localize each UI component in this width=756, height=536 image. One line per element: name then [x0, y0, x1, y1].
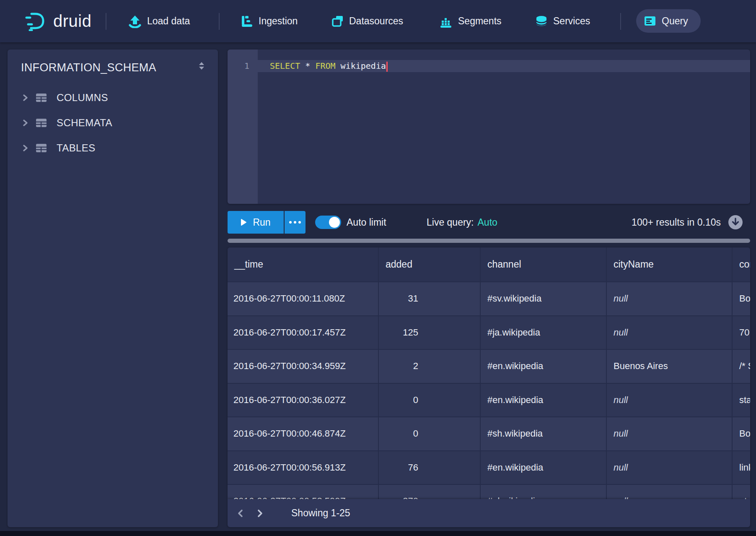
cell-added: 125	[378, 316, 480, 349]
cell-time: 2016-06-27T00:00:34.959Z	[228, 350, 378, 383]
segments-icon	[439, 15, 453, 28]
cell-comment: sta	[732, 384, 750, 417]
column-header-comment[interactable]: comment	[732, 247, 750, 281]
cell-added: 2	[378, 350, 480, 383]
druid-console: druid Load data Ingestio	[0, 0, 756, 536]
schema-panel-header: INFORMATION_SCHEMA	[8, 49, 218, 74]
auto-limit-toggle[interactable]	[315, 216, 341, 229]
run-more-button[interactable]	[285, 211, 306, 234]
table-header-row: __time added channel cityName comment	[228, 247, 750, 281]
cell-cityname: Buenos Aires	[606, 350, 732, 383]
cell-channel: #sv.wikipedia	[480, 282, 606, 315]
services-icon	[535, 15, 548, 28]
cell-added: 31	[378, 282, 480, 315]
live-query: Live query: Auto	[427, 211, 497, 234]
cell-channel: #sh.wikipedia	[480, 417, 606, 450]
sql-editor[interactable]: 1 SELECT * FROM wikipedia	[228, 49, 750, 204]
query-icon	[644, 15, 656, 27]
horizontal-scrollbar[interactable]	[228, 239, 750, 243]
results-table: __time added channel cityName comment 20…	[228, 247, 750, 527]
showing-label: Showing 1-25	[291, 507, 350, 519]
cell-cityname: null	[606, 384, 732, 417]
tree-item-tables[interactable]: TABLES	[8, 135, 218, 161]
navbar: druid Load data Ingestio	[0, 0, 756, 42]
nav-item-load-data[interactable]: Load data	[128, 0, 190, 42]
load-data-icon	[128, 15, 142, 28]
cell-comment: Bot	[732, 282, 750, 315]
cell-added: 76	[378, 451, 480, 484]
nav-item-ingestion[interactable]: Ingestion	[241, 0, 298, 42]
editor-line-number: 1	[228, 60, 249, 72]
cell-time: 2016-06-27T00:00:17.457Z	[228, 316, 378, 349]
ingestion-icon	[241, 15, 253, 28]
table-row[interactable]: 2016-06-27T00:00:11.080Z 31 #sv.wikipedi…	[228, 281, 750, 315]
text-cursor	[386, 62, 388, 72]
sql-keyword: SELECT	[270, 61, 300, 71]
ellipsis-icon	[289, 221, 301, 224]
nav-item-services[interactable]: Services	[535, 0, 590, 42]
cell-channel: #ja.wikipedia	[480, 316, 606, 349]
column-header-time[interactable]: __time	[228, 247, 378, 281]
cell-cityname: null	[606, 451, 732, 484]
schema-title: INFORMATION_SCHEMA	[21, 61, 156, 74]
sql-keyword: FROM	[315, 61, 335, 71]
live-query-value[interactable]: Auto	[478, 217, 497, 228]
brand[interactable]: druid	[25, 0, 91, 42]
tree-label: COLUMNS	[57, 92, 108, 104]
run-label: Run	[253, 217, 270, 228]
next-page-button[interactable]	[250, 499, 269, 527]
tree-item-schemata[interactable]: SCHEMATA	[8, 110, 218, 135]
cell-cityname: null	[606, 282, 732, 315]
tree-item-columns[interactable]: COLUMNS	[8, 85, 218, 110]
chevron-right-icon[interactable]	[20, 143, 36, 154]
table-row[interactable]: 2016-06-27T00:00:36.027Z 0 #en.wikipedia…	[228, 383, 750, 417]
cell-cityname: null	[606, 316, 732, 349]
schema-tree: COLUMNS SCHEMATA	[8, 85, 218, 161]
cell-channel: #en.wikipedia	[480, 384, 606, 417]
cell-comment: /* S	[732, 350, 750, 383]
double-caret-sort-icon[interactable]	[196, 60, 207, 71]
chevron-right-icon[interactable]	[20, 92, 36, 103]
table-row[interactable]: 2016-06-27T00:00:56.913Z 76 #en.wikipedi…	[228, 450, 750, 484]
cell-time: 2016-06-27T00:00:46.874Z	[228, 417, 378, 450]
cell-channel: #en.wikipedia	[480, 350, 606, 383]
table-row[interactable]: 2016-06-27T00:00:46.874Z 0 #sh.wikipedia…	[228, 416, 750, 450]
nav-item-segments[interactable]: Segments	[439, 0, 502, 42]
run-button[interactable]: Run	[228, 211, 284, 234]
toggle-knob	[329, 217, 340, 228]
nav-item-query[interactable]: Query	[636, 9, 701, 33]
nav-label: Datasources	[349, 16, 403, 27]
cell-time: 2016-06-27T00:00:11.080Z	[228, 282, 378, 315]
cell-channel: #en.wikipedia	[480, 451, 606, 484]
table-grid-icon	[36, 117, 57, 128]
column-header-cityname[interactable]: cityName	[606, 247, 732, 281]
download-results-button[interactable]	[728, 215, 743, 230]
cell-time: 2016-06-27T00:00:56.913Z	[228, 451, 378, 484]
nav-label: Ingestion	[259, 16, 298, 27]
editor-gutter	[228, 49, 258, 204]
table-row[interactable]: 2016-06-27T00:00:17.457Z 125 #ja.wikiped…	[228, 315, 750, 349]
tree-label: TABLES	[57, 142, 96, 154]
schema-panel: INFORMATION_SCHEMA	[8, 49, 218, 527]
sql-code-line[interactable]: SELECT * FROM wikipedia	[270, 60, 388, 72]
auto-limit-label: Auto limit	[347, 211, 386, 234]
pagination-bar: Showing 1-25	[228, 499, 750, 527]
prev-page-button[interactable]	[231, 499, 250, 527]
chevron-right-icon[interactable]	[20, 117, 36, 128]
druid-logo-icon	[25, 12, 47, 31]
tree-label: SCHEMATA	[57, 117, 112, 129]
datasources-icon	[331, 15, 344, 28]
column-header-channel[interactable]: channel	[480, 247, 606, 281]
table-row[interactable]: 2016-06-27T00:00:34.959Z 2 #en.wikipedia…	[228, 349, 750, 383]
cell-added: 0	[378, 384, 480, 417]
divider	[106, 13, 106, 30]
cell-added: 0	[378, 417, 480, 450]
nav-item-datasources[interactable]: Datasources	[331, 0, 403, 42]
table-grid-icon	[36, 143, 57, 154]
nav-label: Query	[662, 16, 688, 27]
table-grid-icon	[36, 92, 57, 103]
column-header-added[interactable]: added	[378, 247, 480, 281]
nav-label: Load data	[147, 16, 190, 27]
cell-comment: link	[732, 451, 750, 484]
nav-label: Services	[553, 16, 590, 27]
